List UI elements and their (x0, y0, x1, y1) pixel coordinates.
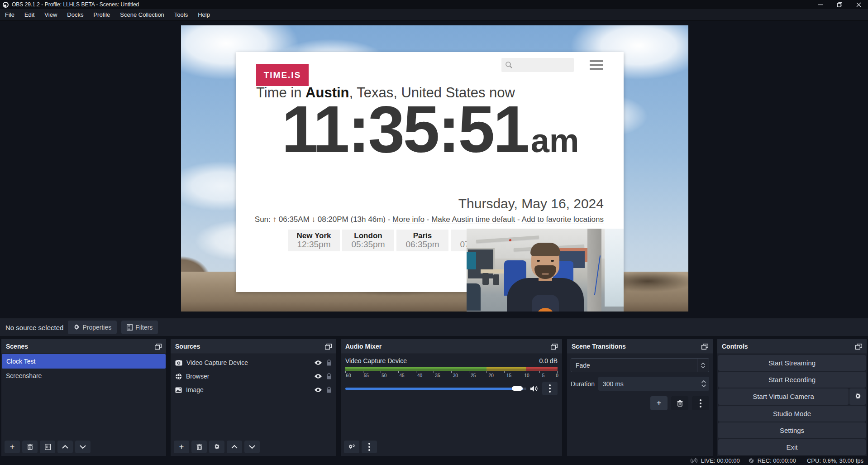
start-streaming-button[interactable]: Start Streaming (718, 355, 866, 371)
menu-file[interactable]: File (0, 9, 19, 20)
chevron-down-icon (80, 445, 86, 449)
visibility-eye-icon[interactable] (314, 374, 322, 379)
mixer-channel-name: Video Capture Device (345, 357, 407, 364)
audio-mixer-panel: Audio Mixer Video Capture Device 0.0 dB … (340, 339, 563, 456)
mixer-level-value: 0.0 dB (539, 357, 558, 364)
hamburger-menu-icon (590, 60, 603, 70)
scenes-header: Scenes (1, 339, 166, 354)
duration-spinbox[interactable]: 300 ms (598, 377, 709, 391)
menu-view[interactable]: View (39, 9, 62, 20)
timeis-clock: 11:35:51am (247, 96, 614, 163)
select-chevrons[interactable] (697, 359, 709, 372)
close-button[interactable] (849, 0, 868, 9)
volume-slider-handle[interactable] (512, 386, 523, 391)
chevron-up-icon (701, 363, 705, 365)
popout-icon[interactable] (325, 344, 332, 350)
timeis-logo: TIME.IS (256, 64, 309, 86)
filters-button[interactable]: Filters (121, 321, 158, 334)
scene-item-screenshare[interactable]: Screenshare (1, 369, 166, 383)
menu-edit[interactable]: Edit (19, 9, 39, 20)
popout-icon[interactable] (155, 344, 162, 350)
lock-icon[interactable] (326, 360, 332, 366)
scene-preview-canvas[interactable]: TIME.IS Time in Austin, Texas, United St… (181, 25, 688, 312)
make-default-link: Make Austin time default (431, 215, 515, 224)
popout-icon[interactable] (855, 344, 862, 350)
status-bar: LIVE: 00:00:00 REC: 00:00:00 CPU: 0.6%, … (0, 456, 868, 465)
timeis-sun-line: Sun: ↑ 06:35AM ↓ 08:20PM (13h 46m) - Mor… (236, 215, 604, 224)
move-scene-up-button[interactable] (57, 441, 73, 453)
popout-icon[interactable] (701, 344, 708, 350)
move-scene-down-button[interactable] (75, 441, 91, 453)
transition-menu-button[interactable] (692, 396, 709, 410)
exit-button[interactable]: Exit (718, 439, 866, 455)
trash-icon (27, 444, 33, 450)
virtual-camera-settings-button[interactable] (849, 388, 866, 404)
chevron-down-icon (249, 445, 255, 449)
restore-button[interactable] (830, 0, 849, 9)
video-capture-source-webcam[interactable] (467, 229, 624, 312)
scenes-list: Clock Test Screenshare (1, 354, 166, 438)
source-row-video-capture[interactable]: Video Capture Device (171, 356, 336, 369)
chevron-down-icon (701, 384, 706, 387)
city-tile: Paris06:35pm (396, 230, 448, 251)
move-source-up-button[interactable] (227, 441, 242, 453)
mixer-channel-row: Video Capture Device 0.0 dB (341, 354, 562, 366)
add-source-button[interactable]: + (174, 441, 189, 453)
add-transition-button[interactable]: + (650, 396, 668, 410)
lock-icon[interactable] (326, 387, 332, 393)
source-properties-button[interactable] (209, 441, 224, 453)
foreground-chair (467, 283, 481, 311)
scene-filters-button[interactable] (40, 441, 55, 453)
filters-icon (45, 444, 51, 450)
meter-tick-labels: -60-55-50-45-40-35-30-25-20-15-10-50 (343, 373, 560, 378)
filters-icon (127, 324, 133, 331)
gear-icon (73, 324, 80, 331)
move-source-down-button[interactable] (244, 441, 260, 453)
studio-mode-button[interactable]: Studio Mode (718, 406, 866, 422)
visibility-eye-icon[interactable] (314, 387, 322, 393)
advanced-audio-button[interactable] (344, 441, 359, 453)
city-tile: London05:35pm (342, 230, 394, 251)
settings-button[interactable]: Settings (718, 422, 866, 438)
browser-source-timeis[interactable]: TIME.IS Time in Austin, Texas, United St… (236, 52, 624, 292)
remove-transition-button[interactable] (671, 396, 688, 410)
controls-panel: Controls Start Streaming Start Recording… (717, 339, 867, 456)
tv-screen (467, 252, 476, 269)
remove-scene-button[interactable] (22, 441, 38, 453)
menu-docks[interactable]: Docks (62, 9, 88, 20)
mixer-channel-menu-button[interactable] (542, 382, 558, 395)
globe-icon (175, 373, 182, 380)
lock-icon[interactable] (326, 373, 332, 380)
spin-chevrons[interactable] (698, 380, 709, 387)
speaker-icon[interactable] (530, 385, 538, 392)
menu-help[interactable]: Help (193, 9, 215, 20)
add-scene-button[interactable]: + (5, 441, 20, 453)
scene-item-clock-test[interactable]: Clock Test (2, 354, 166, 369)
title-bar: OBS 29.1.2 - Profile: LLHLS BETA - Scene… (0, 0, 868, 9)
minimize-button[interactable] (811, 0, 830, 9)
remove-source-button[interactable] (191, 441, 207, 453)
start-virtual-camera-button[interactable]: Start Virtual Camera (718, 388, 849, 404)
properties-button[interactable]: Properties (68, 321, 117, 334)
image-icon (175, 387, 182, 393)
sources-list: Video Capture Device Browser Image (171, 354, 336, 438)
scene-transitions-panel: Scene Transitions Fade Duration 300 ms (567, 339, 713, 456)
menu-scene-collection[interactable]: Scene Collection (115, 9, 169, 20)
menu-profile[interactable]: Profile (88, 9, 115, 20)
audio-mixer-body: Video Capture Device 0.0 dB -60-55-50-45… (341, 354, 562, 438)
chevron-down-icon (701, 366, 705, 368)
window-title: OBS 29.1.2 - Profile: LLHLS BETA - Scene… (12, 1, 139, 8)
cpu-fps-stats: CPU: 0.6%, 30.00 fps (807, 457, 863, 464)
chevron-up-icon (701, 380, 706, 383)
transition-select[interactable]: Fade (571, 358, 709, 372)
source-row-browser[interactable]: Browser (171, 369, 336, 383)
gear-icon (854, 393, 861, 400)
popout-icon[interactable] (551, 344, 558, 350)
source-toolbar: No source selected Properties Filters (0, 318, 868, 337)
visibility-eye-icon[interactable] (314, 360, 322, 365)
mixer-menu-button[interactable] (362, 441, 377, 453)
menu-tools[interactable]: Tools (169, 9, 193, 20)
start-recording-button[interactable]: Start Recording (718, 372, 866, 388)
source-row-image[interactable]: Image (171, 383, 336, 397)
volume-slider[interactable] (345, 388, 526, 390)
